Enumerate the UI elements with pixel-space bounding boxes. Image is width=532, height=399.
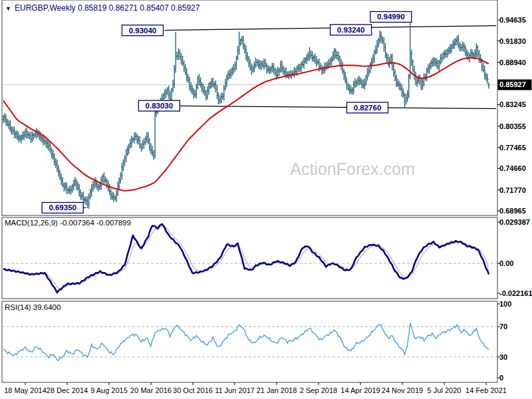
- y-axis-tick-label: 0.91830: [499, 37, 526, 45]
- y-axis-tick-label: 0.74660: [499, 164, 526, 172]
- x-axis-date-label: 11 Jun 2017: [215, 386, 255, 394]
- rsi-axis-label: 100: [499, 300, 511, 308]
- macd-axis-label: 0.029387: [499, 218, 530, 226]
- support-resistance-lines: [2, 26, 497, 109]
- x-axis-date-label: 20 Mar 2016: [130, 386, 172, 394]
- price-annotation-label: 0.69350: [49, 203, 76, 211]
- support-line: [146, 106, 496, 109]
- x-axis-date-label: 9 Aug 2015: [90, 386, 128, 394]
- price-annotation-label: 0.93240: [337, 26, 365, 34]
- price-chart-canvas[interactable]: ActionForex.com 0.930400.932400.949900.8…: [0, 0, 532, 399]
- price-annotation-label: 0.94990: [377, 13, 405, 21]
- y-axis-tick-label: 0.71770: [499, 186, 526, 194]
- macd-axis-label: -0.022161: [499, 289, 532, 297]
- x-axis-date-label: 14 Apr 2019: [340, 386, 380, 394]
- chart-window: ActionForex.com 0.930400.932400.949900.8…: [0, 0, 532, 399]
- price-annotation-label: 0.93040: [129, 27, 157, 35]
- main-price-panel: ActionForex.com 0.930400.932400.949900.8…: [2, 0, 532, 382]
- x-axis-date-label: 14 Feb 2021: [466, 386, 507, 394]
- x-axis-date-label: 21 Jan 2018: [257, 386, 297, 394]
- x-axis-date-label: 18 May 2014: [4, 386, 47, 394]
- macd-axis-label: 0.00: [499, 259, 513, 267]
- x-axis-date-label: 24 Nov 2019: [382, 386, 423, 394]
- rsi-axis-label: 30: [499, 353, 507, 361]
- macd-panel: 0.0293870.00-0.022161 MACD(12,26,9) -0.0…: [2, 218, 532, 297]
- rsi-panel-border: [2, 301, 497, 382]
- candles-layer: [2, 17, 490, 209]
- x-axis-date-label: 2 Sep 2018: [300, 386, 337, 394]
- ohlc-bars: [3, 17, 489, 209]
- macd-panel-border: [2, 217, 497, 299]
- main-y-axis: 0.946350.918300.889400.832450.803550.774…: [497, 16, 532, 215]
- y-axis-tick-label: 0.83245: [499, 100, 526, 108]
- y-axis-tick-label: 0.68965: [499, 207, 526, 215]
- macd-main-line: [3, 224, 489, 293]
- chart-title: EURGBP,Weekly 0.85819 0.86271 0.85407 0.…: [15, 3, 200, 13]
- rsi-axis-label: 0: [499, 374, 503, 382]
- watermark: ActionForex.com: [290, 160, 415, 178]
- current-price-tag-label: 0.85927: [499, 80, 526, 88]
- y-axis-tick-label: 0.88940: [499, 59, 526, 66]
- y-axis-tick-label: 0.94635: [499, 16, 526, 24]
- price-annotation-label: 0.82760: [354, 104, 382, 112]
- x-axis-date-label: 28 Dec 2014: [47, 386, 88, 394]
- macd-signal-line: [3, 226, 489, 289]
- x-axis-date-label: 5 Jul 2020: [428, 386, 462, 394]
- y-axis-tick-label: 0.77465: [499, 144, 526, 152]
- x-axis-date-label: 30 Oct 2016: [173, 386, 213, 394]
- macd-header: MACD(12,26,9) -0.007364 -0.007899: [5, 219, 131, 227]
- price-annotation-label: 0.83030: [146, 102, 174, 110]
- y-axis-tick-label: 0.80355: [499, 122, 526, 130]
- rsi-header: RSI(14) 39.6400: [5, 303, 61, 311]
- rsi-panel: 10070300 RSI(14) 39.6400: [2, 300, 511, 382]
- x-axis: 18 May 201428 Dec 20149 Aug 201520 Mar 2…: [4, 382, 507, 394]
- collapse-arrow-icon[interactable]: ▼: [5, 5, 11, 12]
- rsi-axis-label: 70: [499, 323, 507, 331]
- rsi-line-path: [3, 323, 489, 361]
